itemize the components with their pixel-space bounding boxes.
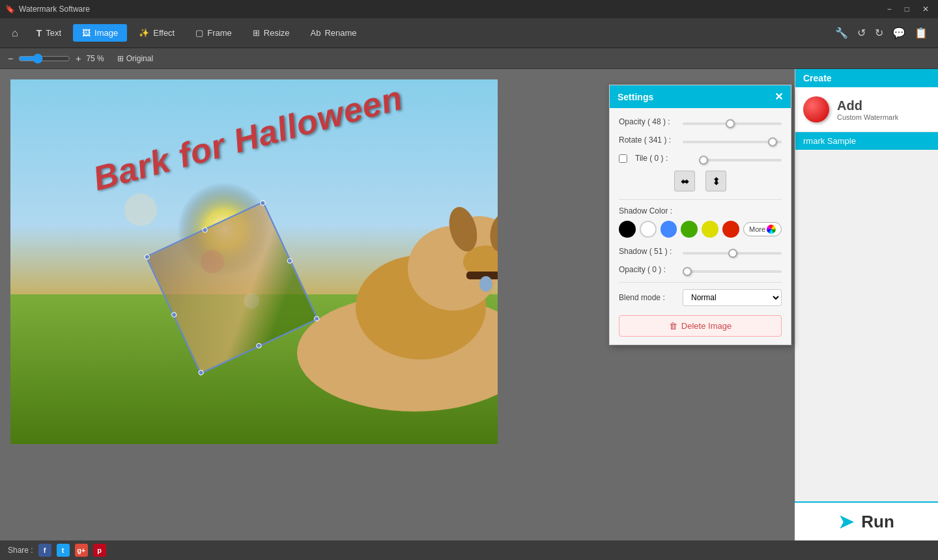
blend-mode-select[interactable]: Normal Multiply Screen Overlay Darken Li… xyxy=(683,289,782,306)
run-button[interactable]: ➤ Run xyxy=(838,511,894,533)
app-icon: 🔖 xyxy=(5,5,15,14)
settings-header: Settings ✕ xyxy=(610,85,791,108)
tile-checkbox[interactable] xyxy=(619,154,627,163)
main-toolbar: ⌂ T Text 🖼 Image ✨ Effect ▢ Frame ⊞ Resi… xyxy=(0,18,938,48)
effect-icon: ✨ xyxy=(139,28,149,38)
resize-tool-button[interactable]: ⊞ Resize xyxy=(244,24,299,42)
color-red[interactable] xyxy=(722,221,739,238)
color-green[interactable] xyxy=(681,221,698,238)
resize-label: Resize xyxy=(264,28,290,38)
blend-mode-row: Blend mode : Normal Multiply Screen Over… xyxy=(619,289,782,306)
add-watermark-button[interactable]: Add Custom Watermark xyxy=(795,87,938,132)
settings-dialog: Settings ✕ Opacity ( 48 ) : Rotate ( 341… xyxy=(609,85,791,345)
trash-icon: 🗑 xyxy=(669,321,677,331)
shadow-label: Shadow ( 51 ) : xyxy=(619,247,677,256)
color-white[interactable] xyxy=(640,221,657,238)
red-button-icon xyxy=(803,96,829,122)
watermark-sample-header: rmark Sample xyxy=(795,132,938,150)
tile-row: Tile ( 0 ) : xyxy=(619,152,782,164)
rotate-slider[interactable] xyxy=(683,141,782,143)
googleplus-icon[interactable]: g+ xyxy=(75,544,88,557)
zoom-slider[interactable] xyxy=(18,53,70,64)
arrows-row: ⬌ ⬍ xyxy=(619,171,782,191)
image-container: Bark for Halloween xyxy=(10,79,498,444)
pinterest-icon[interactable]: p xyxy=(93,544,106,557)
run-label: Run xyxy=(861,512,894,532)
image-icon: 🖼 xyxy=(82,28,91,38)
minimize-button[interactable]: − xyxy=(883,3,896,15)
color-yellow[interactable] xyxy=(702,221,718,238)
title-bar-right: − □ ✕ xyxy=(883,3,933,15)
facebook-icon[interactable]: f xyxy=(38,544,51,557)
watermark-sample-label: rmark Sample xyxy=(803,136,856,146)
text-icon: T xyxy=(36,28,42,38)
custom-watermark-label: Custom Watermark xyxy=(837,113,898,121)
opacity-row: Opacity ( 48 ) : xyxy=(619,116,782,128)
original-button[interactable]: ⊞ Original xyxy=(117,54,153,63)
shadow-color-label: Shadow Color : xyxy=(619,206,782,216)
effect-tool-button[interactable]: ✨ Effect xyxy=(130,24,184,42)
chat-icon[interactable]: 💬 xyxy=(892,27,905,39)
title-bar: 🔖 Watermark Software − □ ✕ xyxy=(0,0,938,18)
settings-icon[interactable]: 🔧 xyxy=(835,27,848,39)
rotate-row: Rotate ( 341 ) : xyxy=(619,134,782,146)
handle-top-mid[interactable] xyxy=(201,227,208,234)
redo-icon[interactable]: ↻ xyxy=(875,27,883,39)
image-label: Image xyxy=(94,28,118,38)
create-header: Create xyxy=(795,69,938,87)
sub-toolbar: − + 75 % ⊞ Original xyxy=(0,48,938,69)
home-button[interactable]: ⌂ xyxy=(5,23,25,43)
zoom-level: 75 % xyxy=(86,54,104,63)
help-icon[interactable]: 📋 xyxy=(915,27,928,39)
maximize-button[interactable]: □ xyxy=(901,3,913,15)
image-tool-button[interactable]: 🖼 Image xyxy=(73,24,127,42)
text-tool-button[interactable]: T Text xyxy=(27,24,70,42)
right-panel: Create Add Custom Watermark rmark Sample xyxy=(795,69,938,540)
color-spectrum-icon xyxy=(767,225,776,234)
close-button[interactable]: ✕ xyxy=(918,3,933,15)
rename-label: Rename xyxy=(324,28,356,38)
more-colors-button[interactable]: More xyxy=(743,222,782,236)
delete-image-button[interactable]: 🗑 Delete Image xyxy=(619,315,782,337)
resize-icon: ⊞ xyxy=(253,28,260,38)
rename-tool-button[interactable]: Ab Rename xyxy=(302,24,366,42)
main-image: Bark for Halloween xyxy=(10,79,498,444)
text-label: Text xyxy=(46,28,61,38)
undo-icon[interactable]: ↺ xyxy=(857,27,866,39)
zoom-minus-icon[interactable]: − xyxy=(8,53,13,64)
zoom-plus-icon[interactable]: + xyxy=(76,53,81,64)
dog-background: Bark for Halloween xyxy=(10,79,498,444)
blend-mode-label: Blend mode : xyxy=(619,293,677,302)
opacity-slider[interactable] xyxy=(683,122,782,125)
shadow-row: Shadow ( 51 ) : xyxy=(619,245,782,257)
shadow-slider[interactable] xyxy=(683,252,782,255)
frame-tool-button[interactable]: ▢ Frame xyxy=(186,24,241,42)
app-title: Watermark Software xyxy=(19,5,90,14)
share-text: Share : xyxy=(8,546,33,555)
color-black[interactable] xyxy=(619,221,636,238)
toolbar-right-icons: 🔧 ↺ ↻ 💬 📋 xyxy=(835,27,933,39)
main-content: Bark for Halloween xyxy=(0,69,938,540)
original-icon: ⊞ xyxy=(117,54,124,63)
add-watermark-text: Add Custom Watermark xyxy=(837,98,898,121)
run-arrow-icon: ➤ xyxy=(838,511,853,533)
tile-slider[interactable] xyxy=(699,159,782,161)
color-blue[interactable] xyxy=(661,221,677,238)
opacity-label: Opacity ( 48 ) : xyxy=(619,117,677,126)
settings-close-button[interactable]: ✕ xyxy=(775,91,783,103)
settings-title: Settings xyxy=(618,92,653,102)
opacity2-label: Opacity ( 0 ) : xyxy=(619,265,677,274)
run-bar: ➤ Run xyxy=(795,501,938,540)
tile-label: Tile ( 0 ) : xyxy=(635,154,694,163)
svg-point-14 xyxy=(124,193,157,226)
twitter-icon[interactable]: t xyxy=(57,544,70,557)
rotate-label: Rotate ( 341 ) : xyxy=(619,135,677,145)
create-label: Create xyxy=(803,73,832,83)
color-swatches: More xyxy=(619,221,782,238)
original-label: Original xyxy=(126,54,153,63)
frame-icon: ▢ xyxy=(195,28,203,38)
horizontal-align-button[interactable]: ⬌ xyxy=(674,171,695,191)
vertical-align-button[interactable]: ⬍ xyxy=(705,171,726,191)
opacity2-row: Opacity ( 0 ) : xyxy=(619,264,782,275)
opacity2-slider[interactable] xyxy=(683,270,782,273)
